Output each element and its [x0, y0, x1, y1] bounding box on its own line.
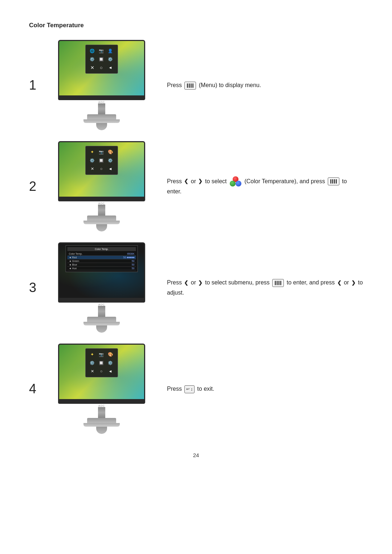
or-text-2: or: [191, 178, 196, 184]
aoc-label-1: AOC: [98, 101, 105, 103]
menu-overlay-1: 🌐 📷 👤 ⚙️ 🔲 ⚙️ ✕ ○ ◄: [85, 45, 118, 74]
steps-container: 1 🌐 📷 👤 ⚙️ 🔲 ⚙️ ✕: [29, 40, 363, 445]
chevron-right-3b: ❯: [351, 279, 356, 287]
step-4-row: 4 ✦ 📷 🎨 ⚙️ 🔲 ⚙️ ✕: [29, 344, 363, 434]
chevron-left-3b: ❮: [337, 279, 342, 287]
page-container: Color Temperature 1 🌐 📷 👤 ⚙️ 🔲: [0, 0, 392, 480]
circle-blue: [236, 181, 241, 186]
monitor-neck-4: [98, 407, 105, 418]
icon4-cam: 📷: [98, 351, 105, 358]
icon2-cam: 📷: [98, 148, 105, 156]
menu-grid-2: ✦ 📷 🎨 ⚙️ 🔲 ⚙️ ✕ ○ ◄: [89, 148, 115, 172]
step-2-description: Press ❮ or ❯ to select (Color Temperatur…: [167, 176, 363, 197]
icon2-x: ✕: [89, 165, 96, 172]
submenu-header: Color Temp.: [68, 247, 136, 251]
menu-grid-4: ✦ 📷 🎨 ⚙️ 🔲 ⚙️ ✕ ○ ◄: [89, 351, 115, 375]
monitor-base-top-2: [87, 216, 116, 221]
icon-x: ✕: [89, 64, 96, 71]
step-1-row: 1 🌐 📷 👤 ⚙️ 🔲 ⚙️ ✕: [29, 40, 363, 130]
menu-overlay-2: ✦ 📷 🎨 ⚙️ 🔲 ⚙️ ✕ ○ ◄: [85, 146, 118, 175]
color-temp-icon: [230, 176, 241, 186]
monitor-neck-3: [98, 306, 105, 317]
icon2-gear2: ⚙️: [107, 157, 114, 164]
step-2-row: 2 ✦ 📷 🎨 ⚙️ 🔲 ⚙️ ✕: [29, 141, 363, 231]
step-1-monitor: 🌐 📷 👤 ⚙️ 🔲 ⚙️ ✕ ○ ◄: [51, 40, 152, 130]
page-title: Color Temperature: [29, 22, 363, 29]
monitor-foot-2: [96, 224, 107, 231]
aoc-label-2: AOC: [98, 202, 105, 205]
monitor-base-top-3: [87, 317, 116, 322]
icon2-back: ◄: [107, 165, 114, 172]
icon4-gear2: ⚙️: [107, 359, 114, 366]
step-3-number: 3: [29, 280, 47, 295]
menu-grid-1: 🌐 📷 👤 ⚙️ 🔲 ⚙️ ✕ ○ ◄: [89, 47, 115, 71]
monitor-neck-1: [98, 103, 105, 114]
monitor-base-bottom-2: [83, 221, 120, 224]
menu-button-1: [184, 82, 196, 90]
menu-button-2: [328, 177, 339, 185]
or-text-3a: or: [191, 279, 196, 286]
monitor-screen-4: ✦ 📷 🎨 ⚙️ 🔲 ⚙️ ✕ ○ ◄: [59, 345, 144, 399]
monitor-screen-2: ✦ 📷 🎨 ⚙️ 🔲 ⚙️ ✕ ○ ◄: [59, 142, 144, 197]
icon2-circle: ○: [98, 165, 105, 172]
icon4-x: ✕: [89, 368, 96, 375]
step-4-monitor: ✦ 📷 🎨 ⚙️ 🔲 ⚙️ ✕ ○ ◄: [51, 344, 152, 434]
monitor-screen-1: 🌐 📷 👤 ⚙️ 🔲 ⚙️ ✕ ○ ◄: [59, 41, 144, 95]
icon2-box: 🔲: [98, 157, 105, 164]
step-2-number: 2: [29, 179, 47, 194]
monitor-bottom-1: [59, 95, 144, 99]
aoc-label-3: AOC: [98, 303, 105, 306]
submenu-row-4: ◄ Hue 50: [68, 267, 136, 270]
monitor-base-bottom-4: [83, 423, 120, 427]
icon-cam: 📷: [98, 47, 105, 54]
icon4-box: 🔲: [98, 359, 105, 366]
step-4-number: 4: [29, 381, 47, 397]
chevron-right-3a: ❯: [198, 279, 203, 287]
step-2-monitor: ✦ 📷 🎨 ⚙️ 🔲 ⚙️ ✕ ○ ◄: [51, 141, 152, 231]
chevron-right-2: ❯: [198, 177, 203, 186]
submenu-row-1: ◄ Red 50 ■■■■■: [68, 256, 136, 259]
icon-circle: ○: [98, 64, 105, 71]
monitor-base-top-1: [87, 114, 116, 119]
submenu-row-2: ◄ Green 50: [68, 259, 136, 263]
aoc-label-4: AOC: [98, 405, 105, 407]
menu-overlay-4: ✦ 📷 🎨 ⚙️ 🔲 ⚙️ ✕ ○ ◄: [85, 348, 118, 377]
step-3-row: 3 Color Temp. Color Temp. 6500K ◄ Red: [29, 242, 363, 333]
icon-box: 🔲: [98, 56, 105, 63]
monitor-frame-4: ✦ 📷 🎨 ⚙️ 🔲 ⚙️ ✕ ○ ◄: [58, 344, 145, 404]
monitor-base-bottom-1: [83, 119, 120, 123]
page-number: 24: [29, 452, 363, 458]
icon4-back: ◄: [107, 368, 114, 375]
monitor-foot-1: [96, 123, 107, 130]
icon-back: ◄: [107, 64, 114, 71]
circle-green: [230, 181, 236, 186]
icon-user: 👤: [107, 47, 114, 54]
icon4-star: ✦: [89, 351, 96, 358]
monitor-frame-1: 🌐 📷 👤 ⚙️ 🔲 ⚙️ ✕ ○ ◄: [58, 40, 145, 100]
monitor-bottom-3: [59, 298, 144, 301]
icon-gear2: ⚙️: [107, 56, 114, 63]
to-text-3: to: [287, 279, 291, 286]
icon4-color: 🎨: [107, 351, 114, 358]
icon-gear1: ⚙️: [89, 56, 96, 63]
icon2-star: ✦: [89, 148, 96, 156]
step-3-description: Press ❮ or ❯ to select submenu, press to…: [167, 278, 363, 297]
icon2-color: 🎨: [107, 148, 114, 156]
monitor-foot-4: [96, 427, 107, 434]
icon4-gear: ⚙️: [89, 359, 96, 366]
monitor-base-top-4: [87, 418, 116, 423]
monitor-screen-3: Color Temp. Color Temp. 6500K ◄ Red 50 ■…: [59, 243, 144, 298]
step-1-number: 1: [29, 78, 47, 93]
monitor-foot-3: [96, 325, 107, 333]
monitor-base-bottom-3: [83, 322, 120, 325]
monitor-bottom-4: [59, 399, 144, 403]
menu-button-3: [272, 279, 284, 287]
monitor-neck-2: [98, 205, 105, 216]
submenu-row-0: Color Temp. 6500K: [68, 252, 136, 256]
step-4-description: Press ↩ ↨ to exit.: [167, 384, 363, 394]
chevron-left-3a: ❮: [184, 279, 188, 287]
icon4-circle: ○: [98, 368, 105, 375]
step-3-monitor: Color Temp. Color Temp. 6500K ◄ Red 50 ■…: [51, 242, 152, 333]
icon2-gear: ⚙️: [89, 157, 96, 164]
step-1-description: Press (Menu) to display menu.: [167, 80, 363, 90]
